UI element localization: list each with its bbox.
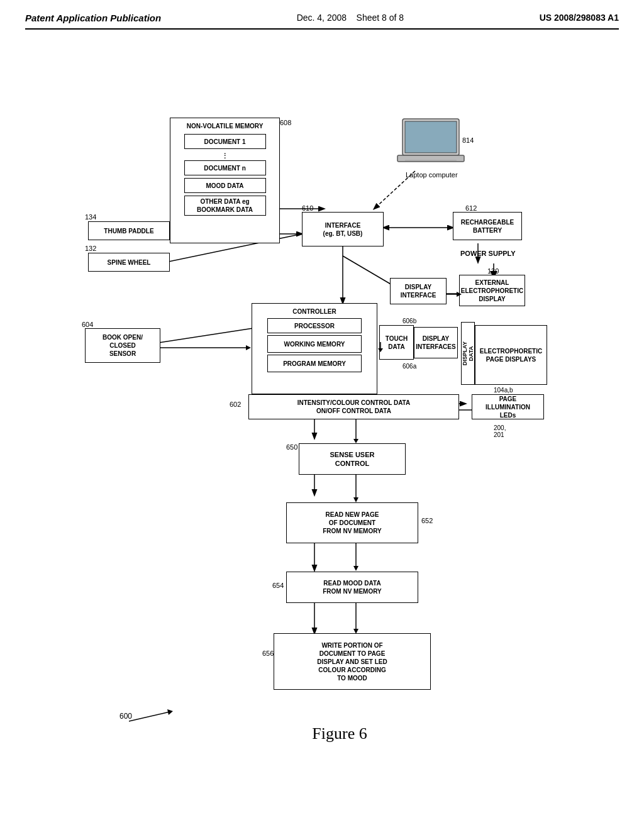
book-sensor-box: BOOK OPEN/ CLOSED SENSOR	[85, 328, 160, 363]
interface-box: INTERFACE (eg. BT, USB)	[302, 212, 384, 246]
controller-label: CONTROLLER	[292, 307, 336, 316]
ref-104ab: 104a,b	[494, 387, 513, 394]
svg-marker-23	[457, 292, 462, 297]
spine-wheel-box: SPINE WHEEL	[88, 253, 170, 272]
other-box: OTHER DATA eg BOOKMARK DATA	[184, 196, 266, 216]
read-mood-box: READ MOOD DATA FROM NV MEMORY	[286, 572, 418, 603]
ref-654: 654	[272, 582, 284, 589]
header-date-sheet: Dec. 4, 2008 Sheet 8 of 8	[297, 13, 404, 23]
ref-604: 604	[82, 321, 93, 328]
dots: ⋮	[221, 152, 228, 160]
svg-marker-31	[353, 439, 358, 443]
svg-marker-27	[378, 348, 383, 352]
doc1-box: DOCUMENT 1	[184, 134, 266, 149]
ref-606a: 606a	[402, 363, 416, 370]
svg-marker-35	[353, 566, 358, 571]
ref-814: 814	[462, 136, 474, 144]
mood-box: MOOD DATA	[184, 178, 266, 193]
display-data-label: DISPLAY DATA	[462, 341, 474, 365]
display-interface-box: DISPLAY INTERFACE	[390, 278, 447, 304]
touch-data-box: TOUCH DATA	[379, 325, 414, 360]
page: Patent Application Publication Dec. 4, 2…	[0, 0, 644, 830]
laptop-graphic	[396, 118, 465, 168]
ref-612: 612	[465, 204, 477, 212]
ref-606b: 606b	[402, 318, 416, 324]
ref-610: 610	[302, 204, 313, 212]
docn-box: DOCUMENT n	[184, 160, 266, 175]
figure-label: Figure 6	[201, 724, 478, 743]
header-patent-num: US 2008/298083 A1	[540, 13, 619, 23]
to-readmood-arrow	[351, 543, 361, 572]
read-new-box: READ NEW PAGE OF DOCUMENT FROM NV MEMORY	[286, 502, 418, 543]
controller-box: CONTROLLER PROCESSOR WORKING MEMORY PROG…	[252, 303, 377, 394]
write-portion-box: WRITE PORTION OF DOCUMENT TO PAGE DISPLA…	[274, 633, 431, 690]
header-publication: Patent Application Publication	[25, 13, 161, 23]
working-memory-box: WORKING MEMORY	[267, 335, 362, 353]
sense-user-box: SENSE USER CONTROL	[299, 443, 406, 475]
ref-608: 608	[280, 119, 291, 126]
ctrl-touch-arrow	[377, 342, 384, 352]
ref600-arrow	[129, 709, 179, 728]
ref-130: 130	[487, 267, 499, 275]
svg-marker-39	[167, 709, 173, 715]
laptop-label: Laptop computer	[406, 171, 458, 179]
ref-602: 602	[230, 401, 241, 408]
diagram-area: NON-VOLATILE MEMORY DOCUMENT 1 ⋮ DOCUMEN…	[25, 42, 619, 778]
display-interfaces-box: DISPLAY INTERFACES	[414, 327, 458, 358]
ref-650: 650	[286, 443, 297, 451]
electrophoretic-box: ELECTROPHORETIC PAGE DISPLAYS	[475, 325, 547, 385]
intensity-box: INTENSITY/COLOUR CONTROL DATA ON/OFF CON…	[248, 394, 459, 419]
page-illum-box: PAGE ILLUMINATION LEDs	[472, 394, 544, 419]
svg-rect-18	[405, 121, 457, 153]
processor-box: PROCESSOR	[267, 318, 362, 333]
ref-200: 200, 201	[494, 424, 506, 438]
svg-marker-25	[246, 345, 251, 350]
power-supply-label: POWER SUPPLY	[460, 250, 516, 257]
rechargeable-box: RECHARGEABLE BATTERY	[453, 212, 522, 240]
nvm-title: NON-VOLATILE MEMORY	[187, 122, 264, 130]
to-sense-arrow	[351, 419, 361, 445]
program-memory-box: PROGRAM MEMORY	[267, 355, 362, 372]
thumb-paddle-box: THUMB PADDLE	[88, 221, 170, 240]
ref-132: 132	[85, 245, 96, 252]
page-header: Patent Application Publication Dec. 4, 2…	[25, 13, 619, 30]
external-display-box: EXTERNAL ELECTROPHORETIC DISPLAY	[459, 275, 525, 306]
nvm-box: NON-VOLATILE MEMORY DOCUMENT 1 ⋮ DOCUMEN…	[170, 118, 280, 243]
svg-line-7	[343, 256, 396, 287]
svg-line-38	[129, 712, 170, 721]
booksensor-arrow	[160, 343, 255, 353]
ref-652: 652	[421, 517, 433, 524]
ref-134: 134	[85, 213, 96, 221]
svg-marker-33	[353, 497, 358, 502]
disp-to-ext-arrow	[447, 289, 462, 299]
header-date: Dec. 4, 2008	[297, 13, 347, 23]
svg-rect-19	[397, 155, 464, 162]
display-data-box: DISPLAY DATA	[461, 322, 475, 385]
ref-656: 656	[262, 650, 274, 657]
to-write-arrow	[351, 603, 361, 634]
to-readnew-arrow	[351, 475, 361, 503]
header-sheet: Sheet 8 of 8	[357, 13, 404, 23]
